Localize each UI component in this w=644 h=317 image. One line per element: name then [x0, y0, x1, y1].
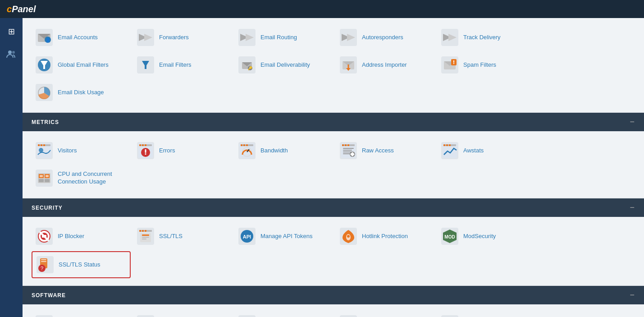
cpanel-logo: cPanel: [7, 4, 36, 14]
svg-rect-81: [443, 144, 445, 146]
menu-item-track-delivery[interactable]: Track Delivery: [437, 25, 536, 50]
menu-item-spam-filters[interactable]: Spam Filters: [437, 52, 536, 78]
svg-rect-77: [347, 144, 349, 146]
svg-rect-70: [343, 150, 352, 151]
menu-item-hotlink-protection[interactable]: Hotlink Protection: [336, 224, 435, 249]
menu-item-optimize-website[interactable]: Optimize Website: [437, 311, 536, 317]
svg-rect-53: [145, 149, 146, 153]
section-security: SECURITY − IP Blocker: [23, 198, 644, 285]
manage-api-tokens-label: Manage API Tokens: [260, 233, 312, 240]
svg-rect-117: [41, 261, 46, 262]
menu-item-perl-modules[interactable]: Perl Modules: [234, 311, 333, 317]
errors-icon: [137, 142, 155, 160]
section-metrics: METRICS − Visitors: [23, 113, 644, 198]
svg-rect-121: [137, 315, 154, 317]
global-email-filters-label: Global Email Filters: [58, 61, 109, 69]
svg-text:🔑: 🔑: [248, 66, 252, 70]
menu-item-php-pear[interactable]: PHP PEAR Packages: [133, 311, 232, 317]
svg-rect-57: [145, 144, 146, 146]
svg-rect-116: [41, 259, 46, 260]
metrics-collapse-icon[interactable]: −: [630, 117, 635, 127]
ssl-tls-icon: [137, 227, 155, 245]
svg-rect-100: [142, 230, 144, 232]
svg-rect-96: [42, 235, 46, 238]
ssl-tls-label: SSL/TLS: [159, 233, 183, 240]
svg-rect-69: [343, 148, 354, 149]
menu-item-email-accounts[interactable]: 👤 Email Accounts: [32, 25, 131, 50]
svg-rect-91: [46, 175, 49, 177]
track-delivery-icon: [441, 28, 459, 46]
svg-rect-46: [38, 144, 40, 146]
track-delivery-label: Track Delivery: [463, 34, 501, 41]
awstats-label: Awstats: [463, 147, 484, 155]
svg-rect-128: [238, 315, 256, 317]
modsecurity-icon: MOD: [441, 227, 459, 245]
svg-rect-105: [142, 239, 146, 239]
svg-rect-120: [36, 315, 53, 317]
menu-item-email-deliverability[interactable]: 🔑 Email Deliverability: [234, 52, 333, 78]
menu-item-raw-access[interactable]: Raw Access: [336, 138, 435, 163]
manage-api-tokens-icon: API: [238, 227, 256, 245]
awstats-icon: [441, 142, 459, 160]
menu-item-manage-api-tokens[interactable]: API Manage API Tokens: [234, 224, 333, 249]
svg-rect-63: [241, 144, 242, 146]
menu-item-awstats[interactable]: Awstats: [437, 138, 536, 163]
menu-item-cloudflare[interactable]: Cloudflare: [32, 311, 131, 317]
menu-item-mod-security[interactable]: MOD ModSecurity: [437, 224, 536, 249]
svg-rect-56: [142, 144, 144, 146]
menu-item-email-filters[interactable]: Email Filters: [133, 52, 232, 78]
site-software-icon: [339, 315, 357, 317]
menu-item-ssl-tls-status[interactable]: ? SSL/TLS Status: [32, 251, 131, 278]
bandwidth-label: Bandwidth: [260, 147, 288, 155]
svg-rect-83: [449, 144, 451, 146]
menu-item-bandwidth[interactable]: Bandwidth: [234, 138, 333, 163]
svg-rect-65: [246, 144, 248, 146]
cpu-concurrent-label: CPU and Concurrent Connection Usage: [58, 170, 127, 186]
menu-item-site-software[interactable]: Site Software: [336, 311, 435, 317]
sidebar-users-icon[interactable]: [5, 47, 18, 61]
modsecurity-label: ModSecurity: [463, 233, 496, 240]
menu-item-forwarders[interactable]: Forwarders: [133, 25, 232, 50]
menu-item-errors[interactable]: Errors: [133, 138, 232, 163]
top-bar: cPanel: [0, 0, 644, 18]
sidebar-grid-icon[interactable]: ⊞: [5, 25, 18, 38]
metrics-section-header[interactable]: METRICS −: [23, 113, 644, 131]
menu-item-address-importer[interactable]: Address Importer: [336, 52, 435, 78]
menu-item-email-routing[interactable]: Email Routing: [234, 25, 333, 50]
svg-rect-82: [446, 144, 448, 146]
menu-item-ssl-tls[interactable]: SSL/TLS: [133, 224, 232, 249]
svg-rect-48: [43, 144, 45, 146]
email-routing-label: Email Routing: [260, 34, 297, 41]
svg-rect-76: [345, 144, 347, 146]
software-section-title: SOFTWARE: [32, 292, 66, 299]
left-sidebar: ⊞: [0, 18, 23, 317]
software-collapse-icon[interactable]: −: [630, 290, 635, 300]
svg-rect-75: [342, 144, 344, 146]
optimize-website-icon: [441, 315, 459, 317]
menu-item-autoresponders[interactable]: Autoresponders: [336, 25, 435, 50]
ip-blocker-label: IP Blocker: [58, 233, 84, 240]
svg-rect-89: [45, 179, 50, 182]
perl-modules-icon: [238, 315, 256, 317]
security-collapse-icon[interactable]: −: [630, 203, 635, 212]
menu-item-global-email-filters[interactable]: Global Email Filters: [32, 52, 131, 78]
svg-text:👤: 👤: [46, 37, 51, 43]
svg-rect-54: [145, 153, 146, 155]
section-email-partial: 👤 Email Accounts Forwarders: [23, 18, 644, 112]
svg-point-111: [347, 235, 350, 238]
spam-filters-icon: [441, 56, 459, 74]
menu-item-ip-blocker[interactable]: IP Blocker: [32, 224, 131, 249]
svg-rect-47: [41, 144, 42, 146]
cloudflare-icon: [35, 315, 53, 317]
svg-rect-88: [39, 179, 44, 182]
menu-item-cpu-concurrent[interactable]: CPU and Concurrent Connection Usage: [32, 165, 131, 191]
ssl-tls-status-label: SSL/TLS Status: [59, 261, 100, 269]
svg-rect-38: [453, 60, 454, 63]
email-filters-icon: [137, 56, 155, 74]
menu-item-visitors[interactable]: Visitors: [32, 138, 131, 163]
menu-item-email-disk-usage[interactable]: Email Disk Usage: [32, 80, 131, 105]
software-section-header[interactable]: SOFTWARE −: [23, 286, 644, 304]
security-section-title: SECURITY: [32, 205, 63, 211]
security-section-header[interactable]: SECURITY −: [23, 198, 644, 217]
spam-filters-label: Spam Filters: [463, 61, 496, 69]
